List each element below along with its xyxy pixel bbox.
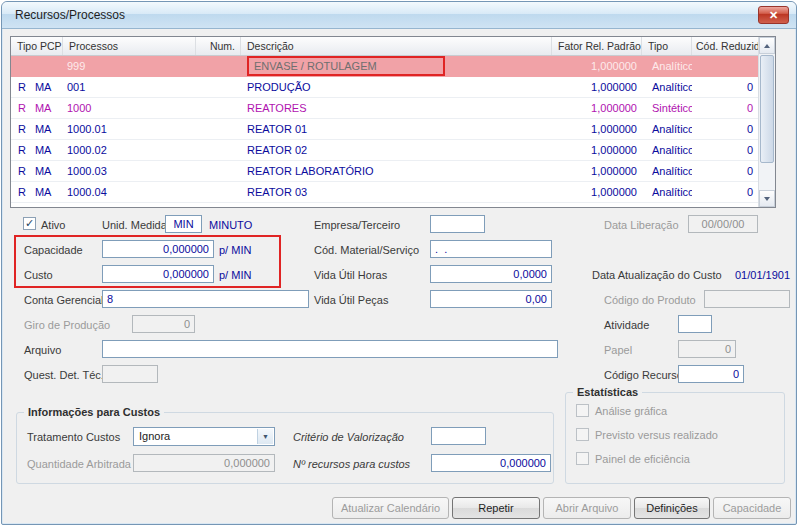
empresa-terceiro-label: Empresa/Terceiro	[314, 219, 400, 231]
vida-util-pecas-input[interactable]	[430, 290, 552, 308]
n-recursos-custos-input[interactable]	[431, 454, 551, 472]
cell-descricao: REATORES	[241, 102, 552, 114]
cell-tipo: Analítico	[642, 123, 692, 135]
ativo-checkbox[interactable]: ✓	[23, 217, 36, 230]
chevron-down-icon[interactable]: ▼	[257, 429, 273, 444]
custo-input[interactable]	[102, 265, 214, 283]
table-row[interactable]: RMA1000.04REATOR 031,000000Analítico0	[11, 182, 760, 203]
ativo-label: Ativo	[41, 219, 65, 231]
abrir-arquivo-button: Abrir Arquivo	[543, 497, 631, 519]
scroll-up-button[interactable]	[759, 37, 775, 54]
cell-tipo-pcp: RMA	[11, 81, 63, 93]
table-row[interactable]: RMA1000.01REATOR 011,000000Analítico0	[11, 119, 760, 140]
repetir-button[interactable]: Repetir	[452, 497, 540, 519]
definicoes-button[interactable]: Definições	[634, 497, 710, 519]
close-button[interactable]: ✕	[758, 6, 789, 24]
unid-medida-input[interactable]	[165, 215, 202, 233]
table-row[interactable]: RMA1000.02REATOR 021,000000Analítico0	[11, 140, 760, 161]
atividade-input[interactable]	[678, 315, 712, 333]
conta-gerencial-input[interactable]	[102, 290, 309, 308]
cell-processos: 1000	[63, 102, 196, 114]
table-row[interactable]: RMA1000REATORES1,000000Sintético0	[11, 98, 760, 119]
window-title: Recursos/Processos	[15, 8, 125, 22]
annotation-descricao: ENVASE / ROTULAGEM	[247, 56, 445, 76]
capacidade-unit: p/ MIN	[219, 244, 251, 256]
tratamento-custos-select[interactable]: Ignora ▼	[133, 427, 275, 446]
cell-cod-reduzido: 0	[692, 165, 760, 177]
cell-processos: 1000.01	[63, 123, 196, 135]
criterio-valorizacao-label: Critério de Valorização	[293, 431, 404, 443]
cod-material-servico-input[interactable]	[430, 240, 552, 258]
cell-tipo-pcp: RMA	[11, 186, 63, 198]
vida-util-pecas-label: Vida Útil Peças	[314, 294, 388, 306]
codigo-produto-label: Código do Produto	[604, 294, 696, 306]
cell-processos: 1000.04	[63, 186, 196, 198]
atualizar-calendario-button: Atualizar Calendário	[332, 497, 449, 519]
n-recursos-custos-label: Nº recursos para custos	[293, 458, 410, 470]
codigo-produto-input	[704, 290, 790, 308]
unid-medida-description: MINUTO	[209, 219, 252, 231]
cell-descricao: REATOR 02	[241, 144, 552, 156]
cell-cod-reduzido: 0	[692, 102, 760, 114]
column-header-tipo[interactable]: Tipo	[642, 37, 692, 55]
column-header-num[interactable]: Num.	[196, 37, 241, 55]
criterio-valorizacao-input[interactable]	[431, 427, 486, 445]
quantidade-arbitrada-label: Quantidade Arbitrada	[27, 458, 131, 470]
scroll-down-button[interactable]	[759, 190, 775, 207]
atividade-label: Atividade	[604, 319, 649, 331]
cell-fator-rel-padrao: 1,000000	[552, 165, 642, 177]
process-table: Tipo PCP Processos Num. Descrição Fator …	[10, 36, 776, 208]
vertical-scrollbar[interactable]	[758, 37, 775, 207]
data-atualizacao-custo-label: Data Atualização do Custo	[592, 269, 722, 281]
painel-eficiencia-item: ✓ Painel de eficiência	[576, 452, 784, 465]
analise-grafica-label: Análise gráfica	[595, 405, 667, 417]
column-header-cod-reduzido[interactable]: Cód. Reduzido	[692, 37, 760, 55]
scrollbar-thumb[interactable]	[760, 55, 774, 163]
column-header-descricao[interactable]: Descrição	[241, 37, 552, 55]
cell-descricao: REATOR 03	[241, 186, 552, 198]
table-row[interactable]: RMA1000.03REATOR LABORATÓRIO1,000000Anal…	[11, 161, 760, 182]
cell-fator-rel-padrao: 1,000000	[552, 102, 642, 114]
arrow-up-icon	[764, 44, 770, 48]
tratamento-custos-label: Tratamento Custos	[27, 431, 120, 443]
empresa-terceiro-input[interactable]	[430, 215, 485, 233]
cell-descricao: REATOR LABORATÓRIO	[241, 165, 552, 177]
custo-unit: p/ MIN	[219, 269, 251, 281]
estatisticas-group: Estatísticas ✓ Análise gráfica ✓ Previst…	[565, 392, 785, 484]
column-header-fator-rel-padrao[interactable]: Fator Rel. Padrão	[552, 37, 642, 55]
table-row[interactable]: 999ENVASE / ROTULAGEM1,000000Analítico	[11, 56, 760, 77]
data-atualizacao-custo-value: 01/01/1901	[735, 269, 790, 281]
cell-tipo: Analítico	[642, 144, 692, 156]
cell-cod-reduzido: 0	[692, 123, 760, 135]
vida-util-horas-label: Vida Útil Horas	[314, 269, 387, 281]
cell-processos: 999	[63, 60, 196, 72]
quantidade-arbitrada-input	[133, 454, 275, 472]
cell-fator-rel-padrao: 1,000000	[552, 186, 642, 198]
analise-grafica-checkbox: ✓	[576, 404, 589, 417]
arquivo-input[interactable]	[102, 340, 558, 358]
column-header-processos[interactable]: Processos	[63, 37, 196, 55]
cell-processos: 1000.02	[63, 144, 196, 156]
painel-eficiencia-checkbox: ✓	[576, 452, 589, 465]
close-icon: ✕	[769, 9, 778, 21]
informacoes-custos-title: Informações para Custos	[24, 406, 164, 418]
capacidade-button: Capacidade	[713, 497, 791, 519]
codigo-recurso-input[interactable]	[678, 365, 744, 383]
capacidade-input[interactable]	[102, 240, 214, 258]
table-row[interactable]: RMA001PRODUÇÃO1,000000Analítico0	[11, 77, 760, 98]
vida-util-horas-input[interactable]	[430, 265, 552, 283]
custo-label: Custo	[24, 269, 53, 281]
cell-fator-rel-padrao: 1,000000	[552, 60, 642, 72]
quest-det-tec-label: Quest. Det. Téc.	[24, 369, 104, 381]
title-bar: Recursos/Processos ✕	[2, 2, 796, 29]
papel-label: Papel	[604, 344, 632, 356]
table-body: 999ENVASE / ROTULAGEM1,000000AnalíticoRM…	[11, 56, 775, 203]
cell-tipo-pcp: RMA	[11, 144, 63, 156]
cell-cod-reduzido: 0	[692, 186, 760, 198]
painel-eficiencia-label: Painel de eficiência	[595, 453, 690, 465]
cell-descricao: ENVASE / ROTULAGEM	[241, 56, 552, 76]
cell-fator-rel-padrao: 1,000000	[552, 144, 642, 156]
cell-tipo: Analítico	[642, 60, 692, 72]
informacoes-custos-group: Informações para Custos Tratamento Custo…	[16, 412, 554, 484]
column-header-tipo-pcp[interactable]: Tipo PCP	[11, 37, 63, 55]
